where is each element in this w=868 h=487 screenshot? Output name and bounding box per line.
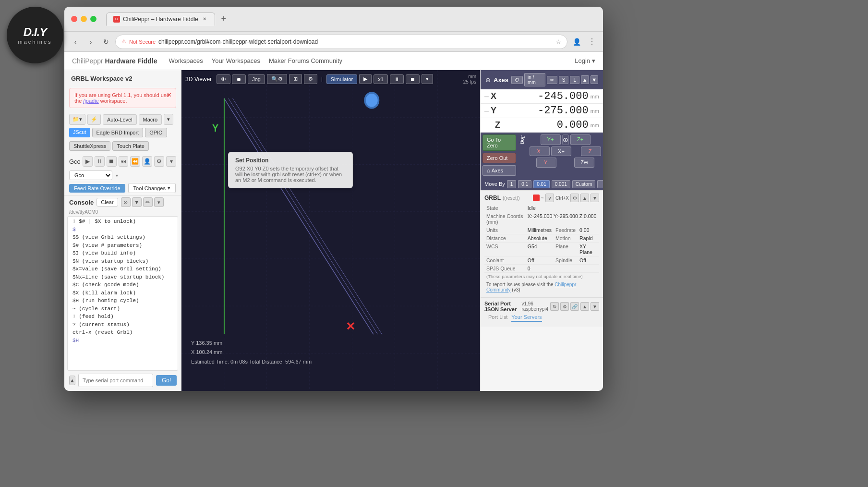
- axes-down-button[interactable]: ▼: [591, 75, 599, 84]
- reload-button[interactable]: ↻: [100, 36, 112, 48]
- your-servers-tab[interactable]: Your Servers: [511, 314, 542, 322]
- console-filter2-button[interactable]: ▼: [132, 197, 142, 207]
- alert-close-button[interactable]: ✕: [167, 91, 172, 98]
- serial-refresh-button[interactable]: ↻: [550, 302, 559, 311]
- jog-z-plus-button[interactable]: Z+: [570, 134, 591, 145]
- goto-zero-button[interactable]: Go To Zero: [482, 134, 516, 151]
- forward-button[interactable]: ›: [84, 36, 97, 48]
- gcode-rewind-button[interactable]: ⏮: [119, 156, 129, 167]
- tab-close-button[interactable]: ✕: [201, 16, 208, 23]
- port-list-tab[interactable]: Port List: [488, 314, 507, 322]
- feed-select[interactable]: Gco: [69, 170, 112, 180]
- motion-value: Rapid: [578, 234, 599, 243]
- file-open-button[interactable]: 📁▾: [69, 114, 85, 125]
- more-viewer-button[interactable]: ▾: [422, 74, 433, 84]
- view-eye-button[interactable]: 👁: [217, 74, 230, 84]
- login-button[interactable]: Login ▾: [575, 57, 595, 64]
- jog-x-minus-button[interactable]: X-: [530, 146, 550, 156]
- play-button[interactable]: ▶: [359, 74, 372, 84]
- minimize-button[interactable]: [81, 16, 87, 22]
- console-more-button[interactable]: ▾: [154, 197, 164, 207]
- alert-link[interactable]: /jpadie: [83, 98, 98, 104]
- gcode-person-button[interactable]: 👤: [142, 156, 152, 167]
- feed-rate-override-button[interactable]: Feed Rate Override: [69, 184, 125, 193]
- bookmark-icon[interactable]: ☆: [556, 38, 561, 45]
- tool-changes-button[interactable]: Tool Changes ▾: [128, 183, 176, 193]
- shuttlexpress-button[interactable]: ShuttleXpress: [69, 141, 110, 151]
- move-0.1-button[interactable]: 0.1: [518, 180, 531, 188]
- simulator-button[interactable]: Simulator: [326, 74, 357, 84]
- jog-z-minus-button[interactable]: Z-: [581, 146, 601, 156]
- move-custom-input[interactable]: [597, 180, 603, 188]
- more-options-icon[interactable]: ⋮: [586, 36, 598, 48]
- nav-forums[interactable]: Maker Forums Community: [269, 57, 342, 64]
- grbl-settings-button[interactable]: ⚙: [570, 194, 579, 202]
- gcode-stop-button[interactable]: ⏹: [107, 156, 117, 167]
- axes-unit-button[interactable]: in / mm: [524, 73, 545, 86]
- back-button[interactable]: ‹: [69, 36, 82, 48]
- active-tab[interactable]: C ChiliPeppr – Hardware Fiddle ✕: [106, 12, 215, 26]
- zoom-button[interactable]: 🔍⚙: [267, 74, 287, 84]
- eagle-button[interactable]: Eagle BRD Import: [92, 128, 144, 137]
- gcode-pause-button[interactable]: ⏸: [95, 156, 105, 167]
- jog-y-minus-button[interactable]: Y-: [536, 158, 556, 168]
- axes-clock-button[interactable]: ⏱: [511, 76, 523, 84]
- serial-settings-button[interactable]: ⚙: [560, 302, 569, 311]
- console-filter1-button[interactable]: ⊘: [121, 197, 131, 207]
- settings-viewer-button[interactable]: ⚙: [304, 74, 317, 84]
- gcode-settings-button[interactable]: ⚙: [154, 156, 164, 167]
- macro-button[interactable]: Macro: [139, 114, 162, 125]
- fps-indicator: mm 25 fps: [463, 74, 476, 85]
- jog-y-plus-button[interactable]: Y+: [541, 134, 561, 145]
- move-1-button[interactable]: 1: [507, 180, 517, 188]
- touch-plate-button[interactable]: Touch Plate: [112, 141, 148, 151]
- jog-z-center-button[interactable]: Z⊕: [574, 158, 594, 168]
- view-record-button[interactable]: ⏺: [232, 74, 246, 84]
- gcode-skip-back-button[interactable]: ⏪: [130, 156, 140, 167]
- x1-button[interactable]: x1: [374, 74, 388, 84]
- jscut-button[interactable]: JScut: [69, 128, 90, 137]
- move-0.01-button[interactable]: 0.01: [533, 180, 549, 188]
- gcode-play-button[interactable]: ▶: [83, 156, 93, 167]
- main-content: GRBL Workspace v2 If you are using Grbl …: [64, 70, 603, 391]
- move-custom-button[interactable]: Custom: [572, 180, 595, 188]
- move-0.001-button[interactable]: 0.001: [552, 180, 570, 188]
- more-options-sidebar-button[interactable]: ▾: [164, 114, 173, 125]
- go-button[interactable]: Go!: [156, 375, 177, 386]
- wcs-label: WCS: [484, 243, 526, 256]
- gpio-button[interactable]: GPIO: [145, 128, 167, 137]
- autolevel-icon-button[interactable]: ⚡: [87, 114, 101, 125]
- grbl-up-button[interactable]: ▲: [580, 194, 589, 202]
- axes-l-button[interactable]: L: [570, 76, 579, 84]
- state-label: State: [484, 204, 526, 212]
- stop-viewer-button[interactable]: ⏹: [406, 74, 420, 84]
- gcode-dropdown-button[interactable]: ▾: [166, 156, 176, 167]
- serial-link-button[interactable]: 🔗: [570, 302, 579, 311]
- nav-workspaces[interactable]: Workspaces: [169, 57, 203, 64]
- axes-pencil-button[interactable]: ✏: [547, 76, 557, 84]
- grbl-down-button[interactable]: ▼: [591, 194, 599, 202]
- close-button[interactable]: [71, 16, 77, 22]
- axes-s-button[interactable]: S: [559, 76, 569, 84]
- address-bar[interactable]: ⚠ Not Secure chilipeppr.com/grbl#com-chi…: [115, 35, 567, 49]
- grid-button[interactable]: ⊞: [289, 74, 302, 84]
- pause-viewer-button[interactable]: ⏸: [390, 74, 404, 84]
- new-tab-button[interactable]: +: [217, 12, 230, 26]
- axes-nav-button[interactable]: ⌂ Axes: [482, 165, 516, 176]
- serial-down-button[interactable]: ▼: [591, 302, 599, 311]
- nav-your-workspaces[interactable]: Your Workspaces: [212, 57, 260, 64]
- maximize-button[interactable]: [90, 16, 96, 22]
- clear-button[interactable]: Clear: [96, 198, 118, 207]
- axes-up-button[interactable]: ▲: [581, 75, 589, 84]
- account-icon[interactable]: 👤: [570, 36, 583, 48]
- serial-command-input[interactable]: [78, 374, 153, 387]
- serial-up-button[interactable]: ▲: [580, 302, 589, 311]
- autolevel-button[interactable]: Auto-Level: [103, 114, 137, 125]
- zero-out-button[interactable]: Zero Out: [482, 153, 516, 163]
- jog-button[interactable]: Jog: [248, 74, 265, 84]
- jog-x-plus-button[interactable]: X+: [551, 146, 571, 156]
- address-url[interactable]: chilipeppr.com/grbl#com-chilipeppr-widge…: [158, 38, 553, 45]
- console-edit-button[interactable]: ✏: [143, 197, 153, 207]
- console-expand-button[interactable]: ▲: [69, 376, 75, 385]
- console-line: $$ (view Grbl settings): [72, 233, 173, 242]
